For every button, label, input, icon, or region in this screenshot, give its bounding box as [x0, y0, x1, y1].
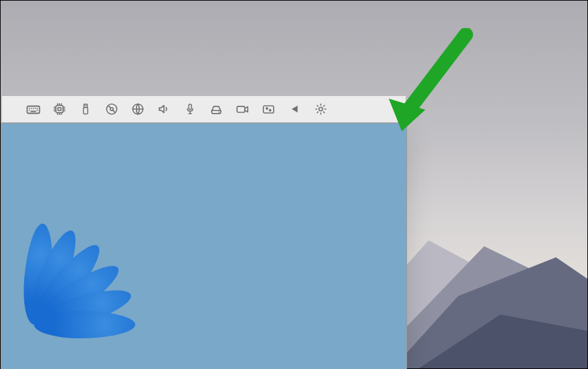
cpu-icon[interactable]: [52, 101, 67, 117]
keyboard-icon[interactable]: [25, 101, 41, 117]
svg-rect-1: [56, 106, 63, 113]
svg-point-12: [319, 107, 323, 111]
svg-rect-11: [263, 106, 274, 113]
svg-rect-4: [84, 108, 88, 114]
svg-rect-0: [27, 106, 40, 114]
vm-toolbar: [1, 95, 406, 123]
guest-desktop-background: [0, 240, 119, 369]
collapse-icon[interactable]: [287, 101, 302, 117]
mic-icon[interactable]: [182, 101, 198, 117]
screenshot-root: [0, 0, 588, 369]
disk-icon[interactable]: [208, 101, 224, 117]
gear-icon[interactable]: [313, 101, 329, 117]
network-icon[interactable]: [130, 101, 146, 117]
vm-window: [1, 123, 407, 369]
sharing-icon[interactable]: [261, 101, 276, 117]
svg-rect-8: [189, 104, 191, 110]
svg-rect-10: [237, 106, 245, 112]
camera-icon[interactable]: [235, 101, 250, 117]
svg-point-9: [218, 112, 220, 113]
optical-icon[interactable]: [104, 101, 120, 117]
svg-point-5: [106, 104, 117, 114]
svg-rect-2: [58, 108, 61, 111]
sound-icon[interactable]: [156, 101, 172, 117]
usb-icon[interactable]: [78, 101, 93, 117]
